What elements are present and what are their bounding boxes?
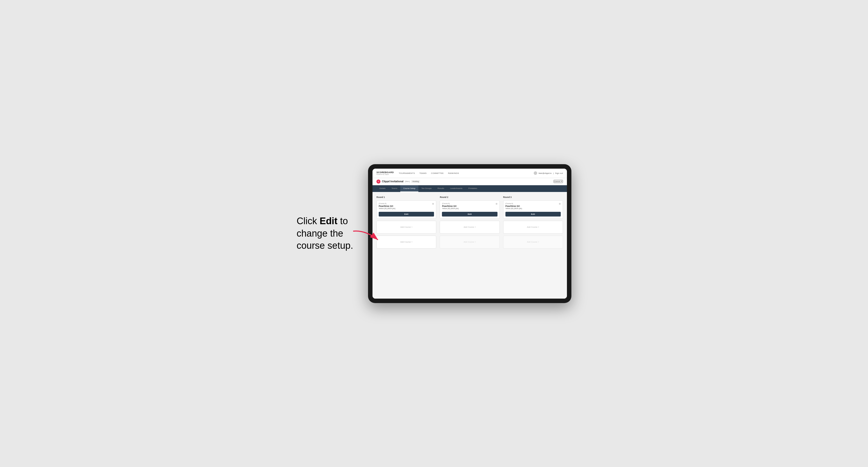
brand: SCOREBOARD Powered by clippd [376,171,394,175]
round-2-add-course-2: Add Course + [440,236,499,249]
main-content: Round 1 (Course A) Peachtree GC Yellow (… [372,192,567,299]
tournament-name: Clippd Invitational [382,180,403,183]
round-3-course-card: (Course A) Peachtree GC Yellow (M) (6629… [503,200,563,219]
round-3-add-course-label-1: Add Course + [527,226,539,228]
user-email: blair@clippd.io [539,172,552,174]
round-1-course-tee: Yellow (M) (6629 yds) [379,208,395,209]
round-2-add-course-label-2: Add Course + [464,241,476,243]
instruction-text: Click Edit tochange thecourse setup. [297,215,353,252]
nav-separator: | [553,172,554,174]
round-2-column: Round 2 (Course A) Peachtree GC Yellow (… [440,196,499,250]
user-avatar-icon [534,172,537,175]
round-3-column: Round 3 (Course A) Peachtree GC Yellow (… [503,196,563,250]
round-1-course-info: (Course A) Peachtree GC Yellow (M) (6629… [379,203,395,211]
round-2-course-label: (Course A) [442,203,459,205]
cancel-button[interactable]: Cancel ✕ [554,180,563,183]
tab-tee-groups[interactable]: Tee Groups [418,185,434,192]
arrow-graphic [351,229,383,244]
round-3-add-course-2: Add Course + [503,236,563,249]
tab-teams[interactable]: Teams [389,185,401,192]
logo-c-icon: C [376,180,380,184]
nav-link-rankings[interactable]: RANKINGS [448,172,459,174]
tablet-frame: SCOREBOARD Powered by clippd TOURNAMENTS… [368,164,571,303]
nav-links: TOURNAMENTS TEAMS COMMITTEE RANKINGS [399,172,534,174]
round-3-card-header: (Course A) Peachtree GC Yellow (M) (6629… [505,203,561,211]
hosting-badge: Hosting [411,180,420,183]
round-2-course-info: (Course A) Peachtree GC Yellow (M) (6629… [442,203,459,211]
round-1-title: Round 1 [376,196,436,198]
page-wrapper: Click Edit tochange thecourse setup. SCO… [10,164,858,303]
tab-bar: Details Teams Course Setup Tee Groups Re… [372,185,567,192]
round-2-delete-icon[interactable]: ⊗ [496,203,497,205]
round-2-course-tee: Yellow (M) (6629 yds) [442,208,459,209]
round-3-title: Round 3 [503,196,563,198]
round-1-card-header: (Course A) Peachtree GC Yellow (M) (6629… [379,203,434,211]
round-1-column: Round 1 (Course A) Peachtree GC Yellow (… [376,196,436,250]
instruction-prefix: Click [297,216,320,226]
round-1-edit-button[interactable]: Edit [379,212,434,217]
round-3-edit-button[interactable]: Edit [505,212,561,217]
tab-printables[interactable]: Printables [465,185,480,192]
top-nav: SCOREBOARD Powered by clippd TOURNAMENTS… [372,169,567,178]
round-3-course-info: (Course A) Peachtree GC Yellow (M) (6629… [505,203,522,211]
round-2-course-card: (Course A) Peachtree GC Yellow (M) (6629… [440,200,499,219]
round-3-course-name: Peachtree GC [505,205,522,207]
tab-leaderboards[interactable]: Leaderboards [447,185,465,192]
rounds-grid: Round 1 (Course A) Peachtree GC Yellow (… [376,196,563,250]
round-1-add-course-1[interactable]: Add Course + [376,221,436,234]
nav-link-tournaments[interactable]: TOURNAMENTS [399,172,415,174]
round-1-delete-icon[interactable]: ⊗ [432,203,434,205]
round-1-add-course-label-1: Add Course + [400,226,412,228]
tournament-gender: (Men) [405,180,410,183]
round-2-card-header: (Course A) Peachtree GC Yellow (M) (6629… [442,203,497,211]
round-1-course-label: (Course A) [379,203,395,205]
nav-link-committee[interactable]: COMMITTEE [431,172,444,174]
instruction-bold: Edit [320,216,338,226]
round-2-add-course-1[interactable]: Add Course + [440,221,499,234]
brand-sub: Powered by clippd [376,174,394,175]
round-3-add-course-1[interactable]: Add Course + [503,221,563,234]
round-1-add-course-2[interactable]: Add Course + [376,236,436,249]
nav-link-teams[interactable]: TEAMS [420,172,427,174]
tab-course-setup[interactable]: Course Setup [400,185,418,192]
round-3-add-course-label-2: Add Course + [527,241,539,243]
round-2-title: Round 2 [440,196,499,198]
tab-results[interactable]: Results [434,185,447,192]
tournament-title: C Clippd Invitational (Men) Hosting [376,180,420,184]
round-2-course-name: Peachtree GC [442,205,459,207]
round-1-add-course-label-2: Add Course + [400,241,412,243]
tablet-screen: SCOREBOARD Powered by clippd TOURNAMENTS… [372,169,567,299]
sub-header: C Clippd Invitational (Men) Hosting Canc… [372,178,567,185]
brand-title: SCOREBOARD [376,171,394,174]
tab-details[interactable]: Details [376,185,389,192]
round-2-add-course-label-1: Add Course + [464,226,476,228]
round-3-delete-icon[interactable]: ⊗ [559,203,561,205]
round-1-course-card: (Course A) Peachtree GC Yellow (M) (6629… [376,200,436,219]
round-2-edit-button[interactable]: Edit [442,212,497,217]
nav-right: blair@clippd.io | Sign out [534,172,563,175]
sign-out-link[interactable]: Sign out [555,172,563,174]
round-3-course-label: (Course A) [505,203,522,205]
round-1-course-name: Peachtree GC [379,205,395,207]
round-3-course-tee: Yellow (M) (6629 yds) [505,208,522,209]
